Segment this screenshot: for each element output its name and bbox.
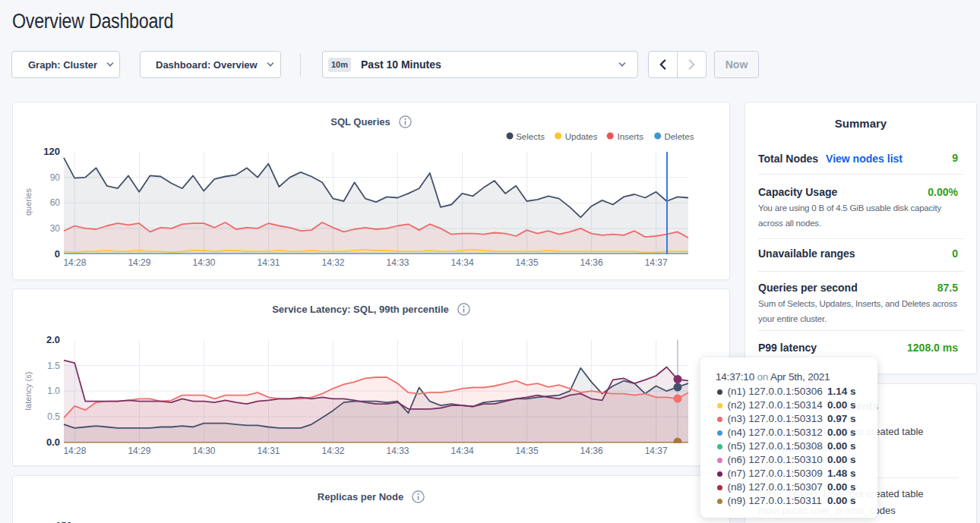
svg-text:14:28: 14:28 bbox=[63, 446, 86, 456]
svg-text:30: 30 bbox=[50, 223, 61, 234]
svg-text:120: 120 bbox=[43, 146, 60, 157]
svg-text:14:37: 14:37 bbox=[645, 446, 668, 456]
svg-text:0: 0 bbox=[55, 248, 60, 260]
svg-text:60: 60 bbox=[50, 197, 61, 208]
svg-text:0.5: 0.5 bbox=[47, 411, 60, 422]
svg-text:90: 90 bbox=[50, 172, 61, 183]
svg-text:14:36: 14:36 bbox=[580, 446, 603, 456]
svg-text:1.0: 1.0 bbox=[47, 386, 60, 396]
svg-text:Inserts: Inserts bbox=[618, 132, 644, 141]
svg-text:14:28: 14:28 bbox=[63, 257, 86, 268]
svg-text:14:34: 14:34 bbox=[451, 446, 474, 456]
svg-text:14:31: 14:31 bbox=[257, 257, 280, 268]
svg-text:14:36: 14:36 bbox=[580, 257, 603, 268]
svg-text:Deletes: Deletes bbox=[664, 132, 694, 141]
svg-text:14:34: 14:34 bbox=[451, 257, 474, 268]
svg-text:14:31: 14:31 bbox=[257, 446, 280, 456]
svg-text:1.5: 1.5 bbox=[47, 361, 60, 371]
svg-text:14:30: 14:30 bbox=[192, 257, 215, 268]
svg-text:14:32: 14:32 bbox=[321, 446, 344, 456]
svg-text:latency (s): latency (s) bbox=[24, 372, 33, 411]
svg-text:14:29: 14:29 bbox=[128, 446, 150, 456]
svg-text:Updates: Updates bbox=[565, 132, 598, 141]
svg-text:14:30: 14:30 bbox=[192, 446, 215, 456]
svg-text:0.0: 0.0 bbox=[46, 436, 60, 448]
svg-text:14:33: 14:33 bbox=[386, 257, 409, 268]
svg-text:14:29: 14:29 bbox=[128, 257, 150, 268]
svg-text:Selects: Selects bbox=[516, 132, 545, 141]
svg-text:14:37: 14:37 bbox=[645, 257, 668, 268]
svg-text:queries: queries bbox=[24, 187, 33, 216]
svg-text:14:32: 14:32 bbox=[321, 257, 344, 268]
svg-text:14:35: 14:35 bbox=[516, 257, 539, 268]
svg-text:2.0: 2.0 bbox=[46, 334, 60, 345]
svg-text:14:33: 14:33 bbox=[386, 446, 409, 456]
svg-text:14:35: 14:35 bbox=[516, 446, 539, 456]
